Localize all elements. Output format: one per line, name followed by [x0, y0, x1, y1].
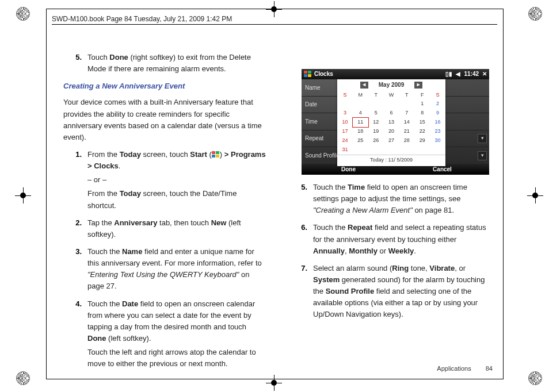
calendar-day[interactable]: 19 — [368, 127, 384, 136]
step-7: 7. Select an alarm sound (Ring tone, Vib… — [289, 263, 491, 321]
calendar-day[interactable]: 26 — [368, 136, 384, 145]
calendar-day[interactable]: 10 — [337, 118, 353, 127]
step-number: 5. — [63, 52, 87, 75]
calendar-day[interactable]: 25 — [353, 136, 368, 145]
calendar-day[interactable]: 9 — [430, 109, 445, 118]
calendar-day — [384, 145, 399, 155]
chevron-down-icon: ▾ — [478, 134, 487, 143]
calendar-dow: S — [337, 91, 353, 100]
step-2: 2. Tap the Anniversary tab, then touch N… — [63, 217, 266, 240]
calendar-day[interactable]: 1 — [414, 99, 430, 109]
calendar-day[interactable]: 3 — [337, 109, 353, 118]
calendar-day[interactable]: 30 — [430, 136, 445, 145]
calendar-day[interactable]: 7 — [399, 109, 414, 118]
device-screenshot: Clocks ▯▮ ◀ 11:42 ✕ Name Date Time Repea… — [302, 69, 489, 175]
calendar-prev-icon[interactable]: ◄ — [360, 82, 368, 89]
calendar-day[interactable]: 6 — [384, 109, 399, 118]
calendar-day[interactable]: 31 — [337, 145, 353, 155]
step-number: 6. — [289, 222, 313, 256]
calendar-day — [384, 99, 399, 109]
calendar-dow: F — [414, 91, 430, 100]
step-body: Touch the Date field to open an onscreen… — [87, 298, 266, 370]
calendar-dow: M — [353, 91, 368, 100]
crop-rosette-tr — [528, 7, 542, 21]
calendar-grid: SMTWTFS123456789101112131415161718192021… — [337, 91, 445, 155]
step-body: Touch Done (right softkey) to exit from … — [87, 52, 266, 75]
calendar-day[interactable]: 4 — [353, 109, 368, 118]
crop-side-left — [15, 187, 31, 203]
crop-rosette-bl — [16, 371, 30, 385]
step-body: Tap the Anniversary tab, then touch New … — [87, 217, 266, 240]
calendar-day[interactable]: 15 — [414, 118, 430, 127]
step-body: Touch the Repeat field and select a repe… — [313, 222, 491, 256]
calendar-day[interactable]: 18 — [353, 127, 368, 136]
step-6: 6. Touch the Repeat field and select a r… — [289, 222, 491, 256]
calendar-day[interactable]: 20 — [384, 127, 399, 136]
header-rule — [52, 24, 497, 25]
calendar-dow: T — [399, 91, 414, 100]
calendar-day[interactable]: 8 — [414, 109, 430, 118]
calendar-dow: S — [430, 91, 445, 100]
calendar-day[interactable]: 23 — [430, 127, 445, 136]
step-number: 4. — [63, 298, 87, 370]
step-alt: From the Today screen, touch the Date/Ti… — [87, 188, 266, 211]
volume-icon: ◀ — [456, 70, 460, 79]
header-text: SWD-M100.book Page 84 Tuesday, July 21, … — [52, 15, 232, 23]
calendar-day[interactable]: 17 — [337, 127, 353, 136]
step-5-prev: 5. Touch Done (right softkey) to exit fr… — [63, 52, 266, 75]
windows-start-icon — [212, 151, 220, 158]
calendar-day — [399, 99, 414, 109]
calendar-day[interactable]: 5 — [368, 109, 384, 118]
calendar-day[interactable]: 2 — [430, 99, 445, 109]
calendar-day[interactable]: 22 — [414, 127, 430, 136]
calendar-day — [368, 145, 384, 155]
calendar-day[interactable]: 27 — [384, 136, 399, 145]
calendar-day — [368, 99, 384, 109]
intro-paragraph: Your device comes with a built-in Annive… — [63, 97, 266, 143]
step-number: 7. — [289, 263, 313, 321]
screenshot-titlebar: Clocks ▯▮ ◀ 11:42 ✕ — [302, 69, 489, 79]
close-icon: ✕ — [482, 70, 487, 79]
calendar-day[interactable]: 12 — [368, 118, 384, 127]
step-number: 5. — [289, 182, 313, 216]
calendar-popup: ◄ May 2009 ► SMTWTFS12345678910111213141… — [337, 79, 445, 166]
left-column: 5. Touch Done (right softkey) to exit fr… — [63, 52, 266, 375]
calendar-dow: W — [384, 91, 399, 100]
step-body: Select an alarm sound (Ring tone, Vibrat… — [313, 263, 491, 321]
page-header: SWD-M100.book Page 84 Tuesday, July 21, … — [52, 13, 232, 25]
step-4: 4. Touch the Date field to open an onscr… — [63, 298, 266, 370]
calendar-day — [399, 145, 414, 155]
calendar-day[interactable]: 14 — [399, 118, 414, 127]
calendar-header: ◄ May 2009 ► — [337, 79, 445, 91]
calendar-day — [414, 145, 430, 155]
step-number: 2. — [63, 217, 87, 240]
step-3: 3. Touch the Name field and enter a uniq… — [63, 246, 266, 293]
calendar-day — [430, 145, 445, 155]
calendar-day[interactable]: 28 — [399, 136, 414, 145]
calendar-day[interactable]: 24 — [337, 136, 353, 145]
step-number: 3. — [63, 246, 87, 293]
calendar-dow: T — [368, 91, 384, 100]
page-footer: Applications 84 — [437, 365, 493, 372]
calendar-day — [353, 99, 368, 109]
calendar-day[interactable]: 13 — [384, 118, 399, 127]
calendar-day[interactable]: 29 — [414, 136, 430, 145]
crop-side-right — [527, 187, 543, 203]
crop-rosette-br — [528, 371, 542, 385]
calendar-day — [353, 145, 368, 155]
step-body: Touch the Time field to open an onscreen… — [313, 182, 491, 216]
calendar-day[interactable]: 16 — [430, 118, 445, 127]
calendar-month: May 2009 — [379, 80, 404, 90]
chevron-down-icon: ▾ — [478, 151, 487, 160]
calendar-next-icon[interactable]: ► — [414, 82, 422, 89]
crop-rosette-tl — [16, 7, 30, 21]
calendar-day[interactable]: 11 — [353, 118, 368, 127]
calendar-today[interactable]: Today : 11/ 5/2009 — [337, 155, 445, 166]
footer-page-number: 84 — [486, 365, 493, 372]
step-5: 5. Touch the Time field to open an onscr… — [289, 182, 491, 216]
calendar-day[interactable]: 21 — [399, 127, 414, 136]
windows-flag-icon — [304, 71, 312, 78]
clock-time: 11:42 — [464, 70, 479, 79]
step-1: 1. From the Today screen, touch Start ()… — [63, 149, 266, 212]
step-sub: Touch the left and right arrows atop the… — [87, 347, 266, 370]
